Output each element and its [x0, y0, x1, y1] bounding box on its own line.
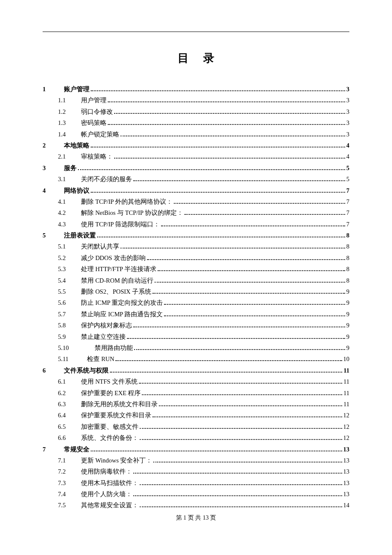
toc-leader	[133, 177, 345, 181]
toc-entry[interactable]: 6.6系统、文件的备份：12	[43, 435, 349, 441]
toc-leader	[133, 469, 342, 474]
toc-entry[interactable]: 4.3使用 TCP/IP 筛选限制端口：7	[43, 221, 349, 228]
toc-page-number: 13	[343, 468, 350, 475]
toc-section-label: 文件系统与权限	[64, 367, 109, 374]
toc-entry[interactable]: 1.4帐户锁定策略3	[43, 131, 349, 138]
toc-page-number: 3	[346, 131, 349, 138]
toc-page-number: 7	[346, 188, 349, 194]
toc-entry[interactable]: 7.1更新 Windows 安全补丁：13	[43, 457, 349, 464]
toc-subsection-number: 4.3	[58, 221, 81, 228]
toc-entry[interactable]: 6.5加密重要、敏感文件12	[43, 424, 349, 430]
toc-subsection-label: 用户管理	[81, 97, 107, 104]
toc-page-number: 9	[346, 334, 349, 340]
page-title: 目录	[43, 51, 349, 66]
toc-leader	[133, 323, 345, 327]
toc-entry[interactable]: 6.3删除无用的系统文件和目录11	[43, 401, 349, 408]
toc-entry[interactable]: 3服务5	[43, 165, 349, 171]
toc-page-number: 9	[346, 345, 349, 351]
toc-leader	[158, 267, 345, 271]
toc-entry[interactable]: 7.2使用防病毒软件：13	[43, 468, 349, 475]
toc-subsection-number: 5.8	[58, 322, 81, 329]
toc-entry[interactable]: 5.6防止 ICMP 重定向报文的攻击9	[43, 300, 349, 306]
toc-entry[interactable]: 2.1审核策略：4	[43, 153, 349, 160]
toc-entry[interactable]: 2本地策略4	[43, 142, 349, 149]
toc-leader	[121, 244, 345, 249]
toc-page-number: 4	[346, 142, 349, 149]
toc-entry[interactable]: 6文件系统与权限11	[43, 367, 349, 374]
toc-page-number: 5	[346, 165, 349, 171]
toc-subsection-label: 处理 HTTP/FTP 半连接请求	[81, 266, 156, 272]
toc-leader	[108, 98, 345, 102]
toc-entry[interactable]: 4.2解除 NetBios 与 TCP/IP 协议的绑定：7	[43, 210, 349, 216]
toc-entry[interactable]: 5.1关闭默认共享8	[43, 243, 349, 250]
toc-page-number: 11	[343, 401, 349, 408]
toc-subsection-number: 6.2	[58, 390, 81, 396]
toc-leader	[140, 481, 342, 485]
toc-entry[interactable]: 5.9禁止建立空连接9	[43, 334, 349, 340]
toc-subsection-number: 1.4	[58, 131, 81, 138]
toc-subsection-number: 1.1	[58, 97, 81, 104]
toc-subsection-number: 6.5	[58, 424, 81, 430]
toc-leader	[164, 312, 345, 316]
toc-entry[interactable]: 5.7禁止响应 ICMP 路由通告报文9	[43, 311, 349, 318]
toc-entry[interactable]: 5.4禁用 CD-ROM 的自动运行8	[43, 278, 349, 284]
toc-entry[interactable]: 5.2减少 DDOS 攻击的影响8	[43, 255, 349, 261]
toc-page-number: 3	[346, 86, 349, 92]
toc-subsection-label: 使用木马扫描软件：	[81, 480, 138, 486]
toc-entry[interactable]: 7.5其他常规安全设置：14	[43, 502, 349, 509]
toc-leader	[164, 301, 345, 305]
toc-leader	[147, 256, 345, 260]
toc-entry[interactable]: 5.3处理 HTTP/FTP 半连接请求8	[43, 266, 349, 272]
toc-leader	[121, 132, 345, 136]
toc-subsection-number: 3.1	[58, 176, 81, 182]
toc-entry[interactable]: 5.5删除 OS2、POSIX 子系统9	[43, 289, 349, 295]
toc-page-number: 8	[346, 243, 349, 250]
toc-subsection-label: 使用 NTFS 文件系统	[81, 379, 138, 385]
toc-leader	[91, 143, 345, 147]
toc-entry[interactable]: 1.3密码策略3	[43, 120, 349, 126]
toc-subsection-number: 6.4	[58, 412, 81, 419]
toc-entry[interactable]: 6.2保护重要的 EXE 程序11	[43, 390, 349, 396]
toc-entry[interactable]: 7常规安全13	[43, 446, 349, 453]
toc-page-number: 7	[346, 210, 349, 216]
toc-subsection-label: 禁用 CD-ROM 的自动运行	[81, 278, 153, 284]
toc-leader	[110, 368, 342, 373]
toc-page-number: 11	[343, 390, 349, 396]
toc-subsection-number: 1.3	[58, 120, 81, 126]
toc-subsection-label: 防止 ICMP 重定向报文的攻击	[81, 300, 163, 306]
toc-subsection-number: 4.2	[58, 210, 81, 216]
toc-entry[interactable]: 3.1关闭不必须的服务5	[43, 176, 349, 182]
toc-entry[interactable]: 6.1使用 NTFS 文件系统11	[43, 379, 349, 385]
toc-page-number: 8	[346, 232, 349, 239]
toc-section-number: 3	[43, 165, 64, 171]
toc-subsection-number: 7.2	[58, 468, 81, 475]
toc-subsection-label: 帐户锁定策略	[81, 131, 119, 138]
toc-section-number: 4	[43, 188, 64, 194]
toc-entry[interactable]: 4.1删除 TCP/IP 外的其他网络协议：7	[43, 199, 349, 205]
toc-subsection-number: 5.2	[58, 255, 81, 261]
toc-leader	[159, 402, 342, 406]
toc-entry[interactable]: 5.8保护内核对象标志9	[43, 322, 349, 329]
toc-entry[interactable]: 5.11检查 RUN10	[43, 356, 349, 362]
toc-leader	[140, 425, 342, 429]
footer-total-pages: 13	[203, 515, 209, 521]
footer-suffix: 页	[209, 515, 216, 521]
toc-leader	[161, 222, 345, 226]
toc-entry[interactable]: 7.4使用个人防火墙：13	[43, 491, 349, 497]
toc-subsection-label: 保护重要系统文件和目录	[81, 412, 151, 419]
toc-entry[interactable]: 1账户管理3	[43, 86, 349, 92]
toc-entry[interactable]: 7.3使用木马扫描软件：13	[43, 480, 349, 486]
toc-entry[interactable]: 4网络协议7	[43, 188, 349, 194]
toc-entry[interactable]: 1.2弱口令修改3	[43, 109, 349, 115]
toc-page-number: 13	[343, 446, 350, 453]
toc-entry[interactable]: 5.10禁用路由功能9	[43, 345, 349, 351]
toc-entry[interactable]: 5注册表设置8	[43, 232, 349, 239]
toc-entry[interactable]: 6.4保护重要系统文件和目录12	[43, 412, 349, 419]
toc-subsection-number: 5.5	[58, 289, 81, 295]
toc-subsection-label: 禁止响应 ICMP 路由通告报文	[81, 311, 163, 318]
toc-subsection-number: 7.4	[58, 491, 81, 497]
toc-leader	[127, 334, 345, 338]
toc-page-number: 13	[343, 480, 350, 486]
toc-subsection-number: 2.1	[58, 153, 81, 160]
toc-entry[interactable]: 1.1用户管理3	[43, 97, 349, 104]
